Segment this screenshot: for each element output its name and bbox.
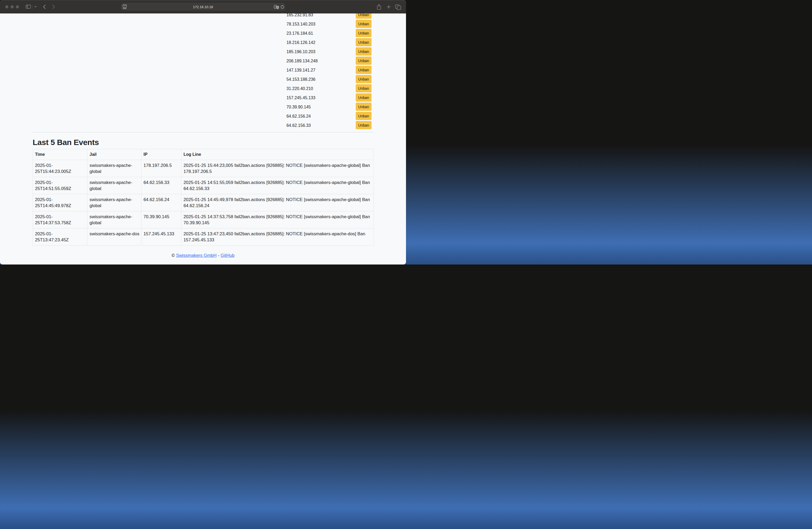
svg-text:A: A bbox=[274, 5, 276, 8]
svg-text:文: 文 bbox=[276, 6, 278, 9]
